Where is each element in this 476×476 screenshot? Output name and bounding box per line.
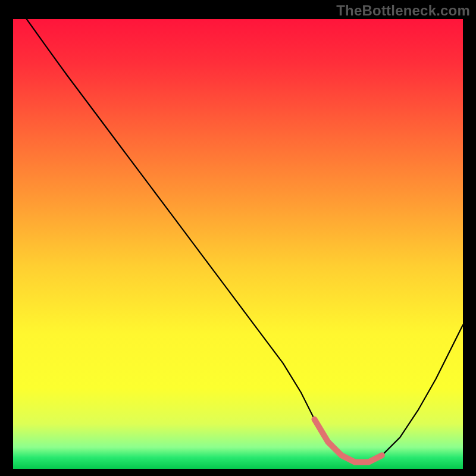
chart-frame: TheBottleneck.com [0, 0, 476, 476]
chart-plot [13, 19, 463, 469]
watermark-label: TheBottleneck.com [336, 2, 470, 19]
gradient-background [13, 19, 463, 469]
